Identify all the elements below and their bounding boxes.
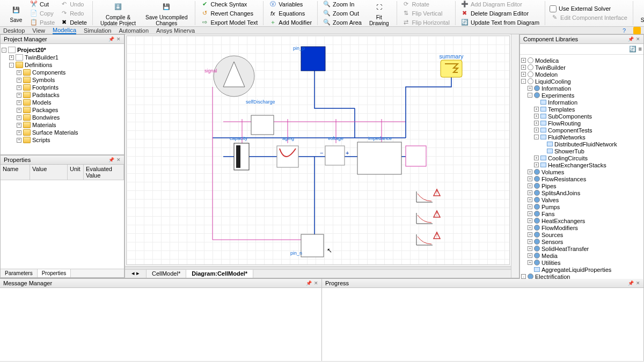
expand-icon[interactable]: -	[521, 274, 526, 279]
expand-icon[interactable]: -	[528, 93, 532, 98]
expand-icon[interactable]: -	[2, 48, 6, 53]
lib-tree-node[interactable]: +HeatExchangerStacks	[521, 161, 642, 168]
expand-icon[interactable]: +	[528, 239, 532, 244]
expand-icon[interactable]: +	[521, 58, 526, 63]
lib-tree-node[interactable]: +CoolingCircuits	[521, 154, 642, 161]
expand-icon[interactable]	[540, 149, 545, 153]
pin-icon[interactable]: 📌	[108, 157, 114, 162]
tree-node[interactable]: +Footprints	[2, 84, 123, 91]
check-syntax-button[interactable]: ✔Check Syntax	[199, 0, 260, 9]
properties-grid[interactable]	[1, 180, 124, 269]
expand-icon[interactable]: +	[528, 86, 532, 91]
lib-view-icon[interactable]: ≡	[639, 46, 642, 53]
expand-icon[interactable]: +	[17, 85, 21, 90]
menu-ansys-minerva[interactable]: Ansys Minerva	[156, 27, 195, 34]
paste-button[interactable]: 📋Paste	[28, 18, 57, 27]
save-button[interactable]: 💾 Save	[5, 2, 27, 24]
lib-tree-node[interactable]: +Pipes	[521, 182, 642, 189]
lib-tree-node[interactable]: +SplitsAndJoins	[521, 189, 642, 196]
expand-icon[interactable]: +	[9, 55, 14, 60]
tree-node[interactable]: -Project20*	[2, 46, 123, 54]
component-library-tree[interactable]: +Modelica+TwinBuilder+Modelon-LiquidCool…	[520, 55, 643, 303]
copy-button[interactable]: 📄Copy	[28, 9, 57, 18]
menu-automation[interactable]: Automation	[119, 27, 149, 34]
update-text-button[interactable]: 🔄Update Text from Diagram	[459, 18, 541, 27]
tree-node[interactable]: +Materials	[2, 121, 123, 129]
flip-horizontal-button[interactable]: ⇄Flip Horizontal	[400, 18, 452, 27]
expand-icon[interactable]: +	[528, 225, 532, 230]
zoom-out-button[interactable]: 🔍Zoom Out	[321, 9, 364, 18]
lib-tree-node[interactable]: +Media	[521, 252, 642, 259]
close-icon[interactable]: ✕	[116, 157, 121, 162]
menu-view[interactable]: View	[32, 27, 45, 34]
lib-tree-node[interactable]: +Sensors	[521, 238, 642, 245]
add-diagram-editor-button[interactable]: ➕Add Diagram Editor	[459, 0, 541, 9]
tree-node[interactable]: +Components	[2, 69, 123, 76]
lib-tree-node[interactable]: +SolidHeatTransfer	[521, 245, 642, 252]
expand-icon[interactable]: +	[17, 115, 21, 120]
lib-tree-node[interactable]: +Templates	[521, 106, 642, 113]
lib-tree-node[interactable]: -LiquidCooling	[521, 78, 642, 85]
redo-button[interactable]: ↷Redo	[58, 9, 89, 18]
save-uncompiled-button[interactable]: 💾 Save Uncompiled Changes	[141, 0, 192, 27]
col-name[interactable]: Name	[1, 165, 30, 180]
menu-desktop[interactable]: Desktop	[3, 27, 25, 34]
expand-icon[interactable]: +	[534, 162, 539, 167]
col-unit[interactable]: Unit	[68, 165, 84, 180]
progress-content[interactable]	[322, 288, 643, 361]
use-external-solver-check[interactable]: Use External Solver	[548, 5, 630, 13]
lib-tree-node[interactable]: +Sources	[521, 231, 642, 238]
lib-tree-node[interactable]: +Modelica	[521, 57, 642, 64]
lib-tree-node[interactable]: +Utilities	[521, 259, 642, 266]
settings-button[interactable]: ⚙️ Settings	[636, 2, 644, 24]
external-solver-checkbox[interactable]	[550, 5, 557, 12]
expand-icon[interactable]: +	[534, 107, 539, 112]
lib-tree-node[interactable]: +Valves	[521, 196, 642, 203]
expand-icon[interactable]: +	[534, 121, 539, 125]
lib-tree-node[interactable]: Information	[521, 99, 642, 106]
lib-tree-node[interactable]: +Volumes	[521, 168, 642, 175]
menu-simulation[interactable]: Simulation	[84, 27, 111, 34]
lib-tree-node[interactable]: +TwinBuilder	[521, 64, 642, 71]
expand-icon[interactable]: +	[17, 138, 21, 143]
message-manager-title[interactable]: Message Manager 📌 ✕	[0, 279, 321, 288]
diagram-canvas[interactable]: summary − + !	[126, 35, 510, 265]
expand-icon[interactable]: +	[528, 176, 532, 181]
col-value[interactable]: Value	[30, 165, 68, 180]
menu-modelica[interactable]: Modelica	[53, 27, 76, 34]
expand-icon[interactable]: +	[534, 114, 539, 119]
tree-node[interactable]: +Bondwires	[2, 114, 123, 121]
lib-refresh-icon[interactable]: 🔄	[629, 46, 636, 53]
cut-button[interactable]: ✂️Cut	[28, 0, 57, 9]
delete-button[interactable]: ✖Delete	[58, 18, 89, 27]
tree-node[interactable]: +Surface Materials	[2, 129, 123, 136]
help-icon[interactable]: ?	[623, 27, 626, 34]
lib-tree-node[interactable]: ShowerTub	[521, 147, 642, 154]
tree-node[interactable]: +TwinBuilder1	[2, 54, 123, 61]
tree-node[interactable]: +Packages	[2, 106, 123, 114]
close-icon[interactable]: ✕	[636, 36, 640, 42]
pin-icon[interactable]: 📌	[108, 36, 114, 42]
expand-icon[interactable]	[528, 267, 532, 272]
undo-button[interactable]: ↶Undo	[58, 0, 89, 9]
expand-icon[interactable]: -	[9, 63, 14, 68]
lib-tree-node[interactable]: +Information	[521, 85, 642, 92]
expand-icon[interactable]: +	[528, 211, 532, 216]
expand-icon[interactable]: +	[528, 197, 532, 202]
pin-icon[interactable]: 📌	[628, 280, 634, 286]
expand-icon[interactable]: -	[521, 79, 526, 84]
expand-icon[interactable]: +	[17, 70, 21, 75]
lib-tree-node[interactable]: +Pumps	[521, 203, 642, 210]
tab-nav-icon[interactable]: ◂ ▸	[125, 270, 147, 278]
properties-title[interactable]: Properties 📌 ✕	[1, 156, 124, 165]
expand-icon[interactable]: +	[528, 260, 532, 265]
lib-tree-node[interactable]: -Experiments	[521, 92, 642, 99]
expand-icon[interactable]: +	[528, 183, 532, 188]
lib-tree-node[interactable]: -FluidNetworks	[521, 134, 642, 141]
close-icon[interactable]: ✕	[314, 280, 318, 286]
lib-tree-node[interactable]: +ComponentTests	[521, 127, 642, 134]
variables-button[interactable]: ⓋVariables	[267, 0, 314, 9]
project-tree[interactable]: -Project20*+TwinBuilder1-Definitions+Com…	[1, 44, 124, 154]
tree-node[interactable]: +Models	[2, 99, 123, 106]
zoom-area-button[interactable]: 🔍Zoom Area	[321, 18, 364, 27]
